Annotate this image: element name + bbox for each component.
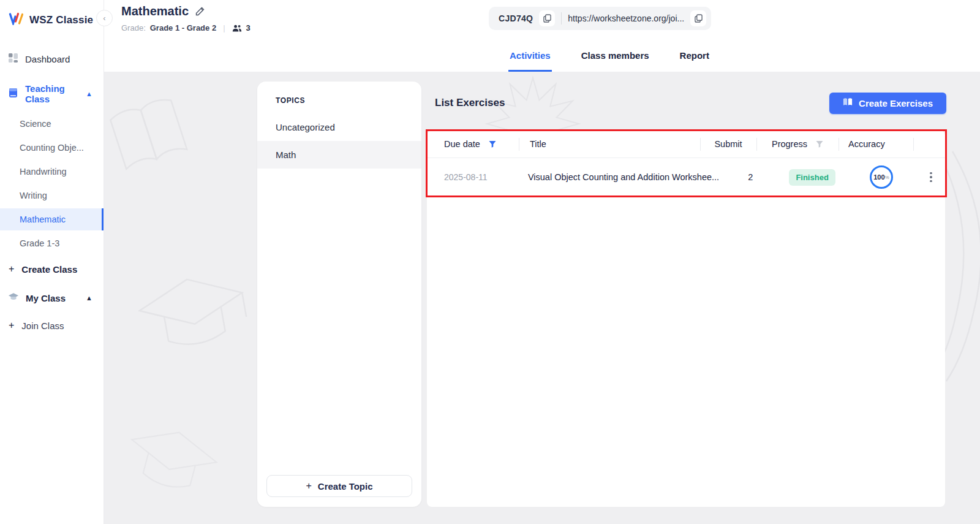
col-submit: Submit <box>714 139 742 149</box>
class-code: CJD74Q <box>499 13 533 23</box>
create-class-label: Create Class <box>21 264 77 275</box>
chevron-up-icon: ▲ <box>86 294 92 302</box>
sidebar-item-science[interactable]: Science <box>0 113 104 135</box>
sidebar-item-mathematic[interactable]: Mathematic <box>0 208 104 230</box>
create-exercises-button[interactable]: Create Exercises <box>829 93 946 114</box>
sidebar-item-writing[interactable]: Writing <box>0 184 104 207</box>
sidebar-item-counting-objects[interactable]: Counting Obje... <box>0 137 104 159</box>
cap-doodle-2 <box>114 410 229 512</box>
join-class-label: Join Class <box>21 321 64 331</box>
topic-item-uncategorized[interactable]: Uncategorized <box>257 113 421 141</box>
copy-url-button[interactable] <box>690 10 706 26</box>
grade-value: Grade 1 - Grade 2 <box>150 23 216 32</box>
exercise-title[interactable]: Visual Object Counting and Addition Work… <box>522 172 725 182</box>
member-count: 3 <box>246 23 251 32</box>
col-progress: Progress <box>772 139 807 149</box>
teaching-class-icon <box>8 88 18 100</box>
top-header: Mathematic Grade: Grade 1 - Grade 2 | 3 … <box>104 0 980 72</box>
chevron-up-icon: ▲ <box>86 90 92 97</box>
create-topic-button[interactable]: + Create Topic <box>266 475 412 497</box>
dashboard-icon <box>8 53 18 65</box>
sidebar-item-grade-1-3[interactable]: Grade 1-3 <box>0 232 104 254</box>
share-divider <box>561 12 562 25</box>
accuracy-unit: % <box>885 175 889 180</box>
sidebar-item-teaching-class[interactable]: Teaching Class ▲ <box>0 77 104 111</box>
col-title: Title <box>530 139 546 149</box>
tab-class-members[interactable]: Class members <box>580 48 650 72</box>
class-url: https://worksheetzone.org/joi... <box>568 13 684 23</box>
list-exercises-title: List Exercises <box>435 97 505 109</box>
exercises-table: Due date Title Submit Progress <box>427 131 945 507</box>
filter-icon-progress[interactable] <box>816 140 823 148</box>
sidebar-item-my-class[interactable]: My Class ▲ <box>0 286 104 310</box>
book-icon <box>843 97 853 108</box>
status-badge: Finished <box>789 169 835 186</box>
accuracy-value: 100 <box>873 173 884 181</box>
join-class-button[interactable]: + Join Class <box>0 313 104 338</box>
topics-heading: TOPICS <box>257 82 421 113</box>
book-doodle <box>104 86 199 180</box>
sidebar-collapse-button[interactable]: ‹ <box>96 10 113 26</box>
submit-count: 2 <box>725 172 775 182</box>
tab-activities[interactable]: Activities <box>508 48 552 72</box>
accuracy-ring: 100 % <box>870 165 893 189</box>
topics-panel: TOPICS Uncategorized Math + Create Topic <box>257 82 421 507</box>
sidebar-item-handwriting[interactable]: Handwriting <box>0 161 104 183</box>
col-due-date: Due date <box>444 139 480 149</box>
members-icon <box>232 24 242 32</box>
brand-name: WSZ Classie <box>29 14 93 26</box>
create-class-button[interactable]: + Create Class <box>0 256 104 282</box>
topic-item-math[interactable]: Math <box>257 141 421 169</box>
sidebar-item-label: Dashboard <box>25 54 70 64</box>
sidebar-nav: Dashboard Teaching Class ▲ Science Count… <box>0 46 104 338</box>
divider: | <box>223 23 225 32</box>
plus-icon: + <box>9 320 14 331</box>
sidebar-item-dashboard[interactable]: Dashboard <box>0 46 104 72</box>
row-menu-button[interactable] <box>926 169 936 186</box>
tab-bar: Activities Class members Report <box>508 48 710 72</box>
grade-label: Grade: <box>121 23 146 32</box>
tab-report[interactable]: Report <box>679 48 710 72</box>
app-window: Mathematic Grade: Grade 1 - Grade 2 | 3 … <box>0 0 980 524</box>
create-exercises-label: Create Exercises <box>859 98 933 108</box>
sidebar-item-label: Teaching Class <box>25 83 72 104</box>
due-date-value: 2025-08-11 <box>444 172 488 182</box>
copy-code-button[interactable] <box>539 10 555 26</box>
filter-icon-due-date[interactable] <box>489 140 496 148</box>
graduation-cap-doodle <box>127 259 258 370</box>
table-header-row: Due date Title Submit Progress <box>427 131 945 158</box>
edit-title-icon[interactable] <box>195 6 205 17</box>
sidebar: WSZ Classie Dashboard <box>0 0 104 524</box>
create-topic-label: Create Topic <box>318 481 373 492</box>
col-accuracy: Accuracy <box>848 139 885 149</box>
plus-icon: + <box>306 480 311 492</box>
brand-logo-icon <box>9 12 24 28</box>
plus-icon: + <box>9 264 14 275</box>
class-meta: Grade: Grade 1 - Grade 2 | 3 <box>121 23 251 32</box>
brand: WSZ Classie <box>0 0 104 28</box>
my-class-icon <box>8 292 19 303</box>
my-class-label: My Class <box>26 293 66 303</box>
table-row[interactable]: 2025-08-11 Visual Object Counting and Ad… <box>427 158 945 197</box>
share-box: CJD74Q https://worksheetzone.org/joi... <box>489 7 711 30</box>
page-title: Mathematic <box>121 4 189 18</box>
